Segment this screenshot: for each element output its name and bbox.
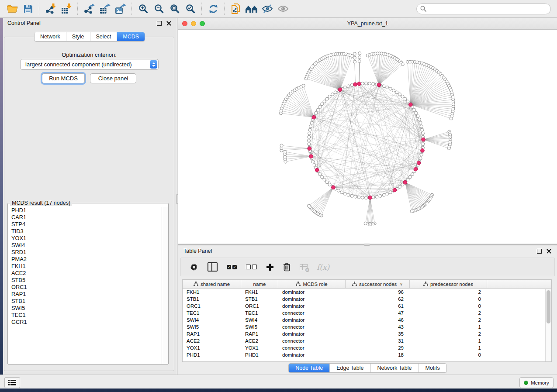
table-cell: 62 (346, 296, 410, 302)
mcds-result-item[interactable]: STB1 (11, 298, 162, 305)
table-cell: 0 (410, 352, 487, 358)
table-cell: 47 (346, 310, 410, 316)
node-table: shared namenameMCDS rolesuccessor nodes∨… (182, 279, 552, 362)
tab-mcds[interactable]: MCDS (117, 32, 145, 41)
table-row[interactable]: YOX1YOX1connector291 (183, 344, 551, 351)
export-network-icon[interactable] (81, 2, 97, 16)
mcds-result-item[interactable]: CAR1 (11, 214, 162, 221)
tab-motifs[interactable]: Motifs (419, 364, 446, 372)
neighbors-icon[interactable] (244, 2, 259, 16)
table-tabs: Node TableEdge TableNetwork TableMotifs (288, 363, 447, 373)
deselect-all-icon[interactable] (246, 261, 257, 273)
memory-button[interactable]: Memory (519, 377, 554, 388)
open-folder-icon[interactable] (4, 2, 20, 16)
toolbar-separator (131, 3, 132, 15)
mcds-result-item[interactable]: PMA2 (11, 256, 162, 263)
table-scrollbar[interactable] (545, 289, 551, 361)
mcds-result-item[interactable]: PHD1 (11, 207, 162, 214)
mcds-result-item[interactable]: RAP1 (11, 291, 162, 298)
search-input[interactable] (429, 5, 547, 12)
zoom-in-icon[interactable] (135, 2, 151, 16)
show-eye-icon[interactable] (275, 2, 291, 16)
column-header-mcds-role[interactable]: MCDS role (278, 280, 346, 288)
toolbar-separator (201, 3, 202, 15)
close-panel-icon[interactable] (546, 248, 552, 254)
tab-edge-table[interactable]: Edge Table (330, 364, 370, 372)
shared-column-icon (296, 282, 301, 286)
mcds-result-item[interactable]: SWI5 (11, 305, 162, 312)
float-panel-icon[interactable] (156, 21, 162, 26)
table-row[interactable]: STB1STB1dominator620 (183, 296, 551, 303)
network-canvas[interactable] (178, 30, 557, 244)
tab-network[interactable]: Network (35, 32, 66, 41)
network-file-icon[interactable] (228, 2, 244, 16)
mcds-result-item[interactable]: ACE2 (11, 270, 162, 277)
column-header-name[interactable]: name (241, 280, 278, 288)
mcds-tab-panel: Optimization criterion: largest connecte… (4, 37, 174, 371)
network-graph (178, 30, 557, 244)
table-cell: 1 (410, 324, 487, 330)
memory-label: Memory (531, 380, 549, 385)
table-cell: connector (278, 345, 346, 351)
zoom-out-icon[interactable] (151, 2, 167, 16)
tab-node-table[interactable]: Node Table (289, 364, 330, 372)
run-mcds-button[interactable]: Run MCDS (42, 73, 85, 83)
add-icon[interactable] (266, 261, 274, 273)
mcds-result-item[interactable]: FKH1 (11, 263, 162, 270)
export-table-icon[interactable] (97, 2, 113, 16)
close-panel-button[interactable]: Close panel (90, 73, 136, 83)
table-cell: ORC1 (183, 303, 241, 309)
tab-select[interactable]: Select (90, 32, 118, 41)
table-cell: 29 (346, 345, 410, 351)
table-row[interactable]: RAP1RAP1dominator352 (183, 330, 551, 337)
mcds-result-item[interactable]: ORC1 (11, 284, 162, 291)
delete-table-icon: ✕ (300, 261, 308, 273)
criterion-select[interactable]: largest connected component (undirected) (20, 59, 159, 70)
search-icon (420, 6, 426, 12)
zoom-fit-icon[interactable] (167, 2, 183, 16)
mcds-result-item[interactable]: SRD1 (11, 249, 162, 256)
table-cell: STB1 (241, 296, 278, 302)
mcds-result-item[interactable]: TID3 (11, 228, 162, 235)
table-row[interactable]: ACE2ACE2connector311 (183, 337, 551, 344)
table-row[interactable]: SWI4SWI4dominator462 (183, 316, 551, 323)
tab-network-table[interactable]: Network Table (371, 364, 419, 372)
close-panel-icon[interactable] (166, 21, 172, 26)
table-row[interactable]: TEC1TEC1connector472 (183, 309, 551, 316)
table-cell: dominator (278, 303, 346, 309)
mcds-list-scrollbar[interactable] (162, 207, 168, 364)
column-header-predecessor-nodes[interactable]: predecessor nodes (410, 280, 487, 288)
table-cell: FKH1 (241, 289, 278, 295)
hide-eye-icon[interactable] (259, 2, 275, 16)
table-cell: 2 (410, 317, 487, 323)
column-header-shared-name[interactable]: shared name (183, 280, 241, 288)
columns-icon[interactable] (208, 261, 218, 273)
column-header-successor-nodes[interactable]: successor nodes∨ (346, 280, 410, 288)
delete-icon[interactable] (283, 261, 291, 273)
table-row[interactable]: FKH1FKH1dominator962 (183, 289, 551, 296)
mcds-result-item[interactable]: STP4 (11, 221, 162, 228)
mcds-result-item[interactable]: STB5 (11, 277, 162, 284)
tab-style[interactable]: Style (66, 32, 90, 41)
memory-status-icon (524, 381, 528, 385)
mcds-result-item[interactable]: YOX1 (11, 235, 162, 242)
task-history-button[interactable] (4, 377, 20, 388)
mcds-result-item[interactable]: TEC1 (11, 312, 162, 319)
refresh-icon[interactable] (205, 2, 221, 16)
import-network-icon[interactable] (43, 2, 59, 16)
table-row[interactable]: SWI5SWI5connector431 (183, 323, 551, 330)
mcds-result-item[interactable]: GCR1 (11, 319, 162, 326)
save-icon[interactable] (20, 2, 36, 16)
zoom-selected-icon[interactable] (183, 2, 198, 16)
table-row[interactable]: ORC1ORC1dominator610 (183, 303, 551, 309)
table-cell: connector (278, 338, 346, 344)
table-row[interactable]: PHD1PHD1dominator180 (183, 351, 551, 358)
float-panel-icon[interactable] (536, 248, 542, 254)
mcds-result-item[interactable]: SWI4 (11, 242, 162, 249)
table-cell: dominator (278, 331, 346, 337)
export-image-icon[interactable] (113, 2, 128, 16)
table-cell: YOX1 (183, 345, 241, 351)
import-table-icon[interactable] (59, 2, 74, 16)
gear-icon[interactable] (190, 261, 198, 273)
select-all-icon[interactable]: ✓✓ (227, 261, 237, 273)
